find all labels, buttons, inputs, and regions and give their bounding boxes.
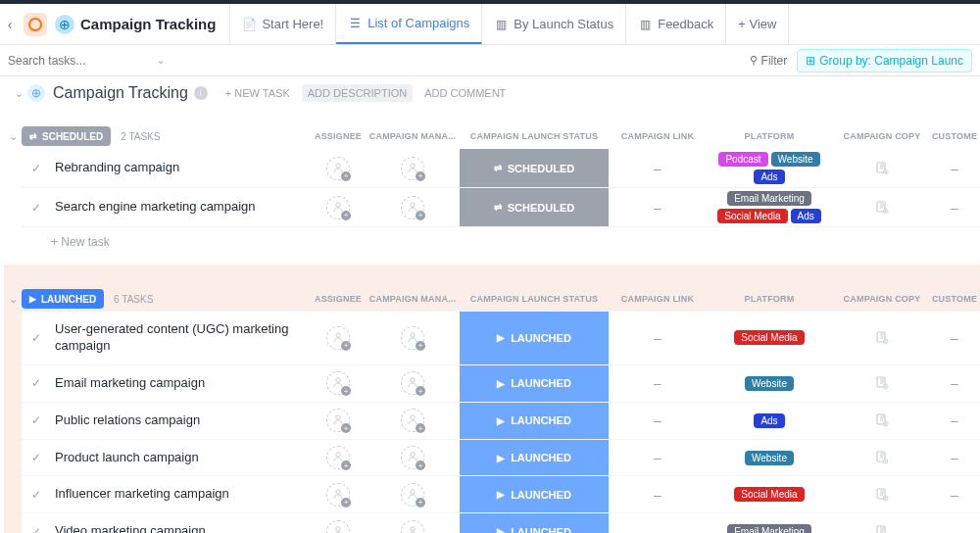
customer-cell[interactable]: – (929, 412, 980, 428)
link-cell[interactable]: – (612, 330, 704, 346)
tab-by-launch-status[interactable]: ▥By Launch Status (482, 4, 626, 44)
platform-tag[interactable]: Social Media (734, 330, 804, 345)
filter-button[interactable]: ⚲Filter (750, 54, 788, 68)
task-row[interactable]: ✓Email marketing campaign▶LAUNCHED–Websi… (22, 365, 980, 403)
new-task-button[interactable]: + NEW TASK (220, 84, 296, 102)
assignee-avatar[interactable] (401, 520, 424, 533)
copy-icon[interactable] (875, 331, 889, 345)
check-icon[interactable]: ✓ (22, 488, 51, 502)
task-row[interactable]: ✓Public relations campaign▶LAUNCHED–Ads– (22, 403, 980, 440)
copy-icon[interactable] (875, 376, 889, 390)
link-cell[interactable]: – (612, 200, 704, 216)
copy-icon[interactable] (875, 525, 889, 533)
check-icon[interactable]: ✓ (22, 451, 51, 464)
platform-tag[interactable]: Email Marketing (727, 191, 811, 206)
task-name[interactable]: Search engine marketing campaign (51, 189, 308, 225)
customer-cell[interactable]: – (929, 450, 980, 465)
back-arrow-icon[interactable]: ‹ (4, 17, 16, 32)
link-cell[interactable]: – (612, 450, 704, 465)
assignee-avatar[interactable] (401, 157, 424, 180)
task-row[interactable]: ✓Search engine marketing campaign⇄SCHEDU… (22, 188, 980, 227)
task-row[interactable]: ✓Influencer marketing campaign▶LAUNCHED–… (22, 476, 980, 513)
status-cell[interactable]: ▶LAUNCHED (460, 476, 609, 512)
link-cell[interactable]: – (612, 524, 704, 533)
copy-icon[interactable] (875, 201, 889, 215)
tab-feedback[interactable]: ▥Feedback (626, 4, 726, 44)
assignee-avatar[interactable] (326, 196, 350, 219)
copy-icon[interactable] (875, 413, 889, 427)
platform-tag[interactable]: Ads (754, 413, 784, 428)
customer-cell[interactable]: – (929, 200, 980, 216)
task-name[interactable]: Video marketing campaign (51, 513, 308, 533)
add-description-button[interactable]: ADD DESCRIPTION (302, 84, 413, 102)
assignee-avatar[interactable] (326, 157, 350, 180)
task-name[interactable]: Influencer marketing campaign (51, 476, 308, 512)
status-cell[interactable]: ⇄SCHEDULED (460, 149, 609, 187)
task-row[interactable]: ✓Rebranding campaign⇄SCHEDULED–PodcastWe… (22, 149, 980, 188)
check-icon[interactable]: ✓ (22, 413, 51, 427)
assignee-avatar[interactable] (401, 483, 424, 507)
search-input[interactable] (8, 54, 145, 68)
customer-cell[interactable]: – (929, 487, 980, 503)
assignee-avatar[interactable] (401, 326, 424, 350)
tab-list-of-campaigns[interactable]: ☰List of Campaigns (336, 4, 482, 44)
platform-tag[interactable]: Email Marketing (727, 524, 811, 533)
assignee-avatar[interactable] (326, 446, 350, 469)
task-row[interactable]: ✓Product launch campaign▶LAUNCHED–Websit… (22, 440, 980, 477)
platform-tag[interactable]: Social Media (717, 209, 787, 223)
platform-tag[interactable]: Website (771, 152, 820, 167)
platform-tag[interactable]: Ads (791, 209, 821, 223)
assignee-avatar[interactable] (326, 326, 350, 350)
check-icon[interactable]: ✓ (22, 331, 51, 345)
task-name[interactable]: Rebranding campaign (51, 150, 308, 186)
copy-icon[interactable] (875, 488, 889, 502)
status-cell[interactable]: ⇄SCHEDULED (460, 188, 609, 226)
tab-start-here-[interactable]: 📄Start Here! (229, 4, 336, 44)
link-cell[interactable]: – (612, 487, 704, 503)
check-icon[interactable]: ✓ (22, 525, 51, 533)
status-cell[interactable]: ▶LAUNCHED (460, 403, 609, 439)
platform-tag[interactable]: Podcast (718, 152, 767, 167)
customer-cell[interactable]: – (929, 375, 980, 391)
assignee-avatar[interactable] (326, 409, 350, 432)
copy-icon[interactable] (875, 451, 889, 464)
collapse-icon[interactable]: ⌄ (10, 84, 27, 102)
task-name[interactable]: Product launch campaign (51, 440, 308, 476)
check-icon[interactable]: ✓ (22, 162, 51, 175)
link-cell[interactable]: – (612, 161, 704, 176)
assignee-avatar[interactable] (401, 371, 424, 395)
assignee-avatar[interactable] (401, 409, 424, 432)
add-comment-button[interactable]: ADD COMMENT (418, 84, 512, 102)
assignee-avatar[interactable] (326, 371, 350, 395)
customer-cell[interactable]: – (929, 330, 980, 346)
assignee-avatar[interactable] (401, 196, 424, 219)
assignee-avatar[interactable] (326, 520, 350, 533)
app-chip[interactable] (24, 13, 47, 36)
task-row[interactable]: ✓User-generated content (UGC) marketing … (22, 312, 980, 365)
assignee-avatar[interactable] (401, 446, 424, 469)
group-collapse-icon[interactable]: ⌄ (4, 127, 22, 145)
group-status-chip[interactable]: ▶LAUNCHED (22, 289, 104, 309)
status-cell[interactable]: ▶LAUNCHED (460, 312, 609, 364)
search-dropdown-icon[interactable]: ⌄ (157, 55, 165, 66)
task-name[interactable]: User-generated content (UGC) marketing c… (51, 312, 308, 364)
status-cell[interactable]: ▶LAUNCHED (460, 365, 609, 402)
platform-tag[interactable]: Social Media (734, 487, 804, 502)
link-cell[interactable]: – (612, 412, 704, 428)
copy-icon[interactable] (875, 162, 889, 175)
assignee-avatar[interactable] (326, 483, 350, 507)
task-name[interactable]: Email marketing campaign (51, 365, 308, 402)
customer-cell[interactable]: – (929, 524, 980, 533)
link-cell[interactable]: – (612, 375, 704, 391)
group-collapse-icon[interactable]: ⌄ (4, 290, 22, 308)
task-name[interactable]: Public relations campaign (51, 403, 308, 439)
platform-tag[interactable]: Website (745, 376, 794, 391)
group-status-chip[interactable]: ⇄SCHEDULED (22, 126, 111, 146)
tab--view[interactable]: + View (726, 4, 789, 44)
new-task-link[interactable]: + New task (22, 227, 980, 257)
status-cell[interactable]: ▶LAUNCHED (460, 513, 609, 533)
check-icon[interactable]: ✓ (22, 201, 51, 215)
platform-tag[interactable]: Ads (754, 170, 784, 184)
status-cell[interactable]: ▶LAUNCHED (460, 440, 609, 476)
info-icon[interactable]: i (194, 86, 208, 100)
